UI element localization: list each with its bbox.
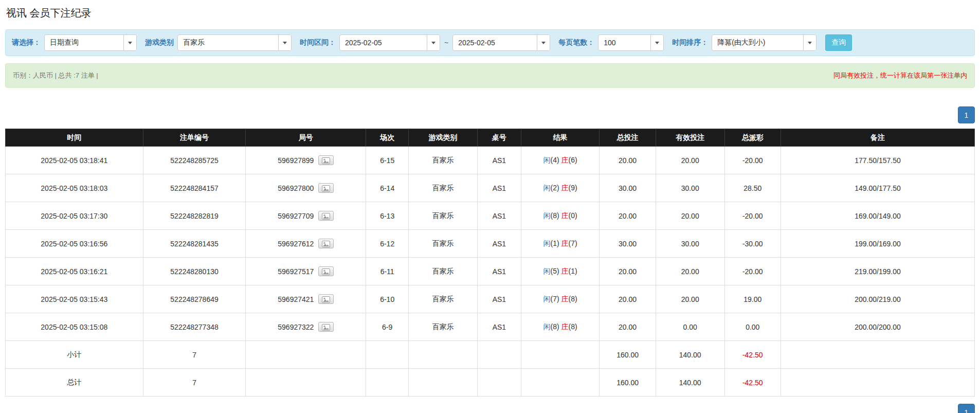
round-video-button[interactable] <box>318 211 334 221</box>
cell-time: 2025-02-05 03:16:21 <box>6 258 143 285</box>
cell-table-no: AS1 <box>477 285 521 313</box>
result-banker: 庄(8) <box>561 295 577 303</box>
cell-total-bet[interactable]: 20.00 <box>600 313 656 341</box>
result-banker: 庄(8) <box>561 322 577 331</box>
chevron-down-icon <box>278 35 291 50</box>
cell-payout: -30.00 <box>724 230 781 258</box>
result-player: 闲(8) <box>543 322 559 331</box>
summary-currency-total: 币别：人民币 | 总共 :7 注单 | <box>13 71 98 80</box>
summary-notice: 同局有效投注，统一计算在该局第一张注单内 <box>833 71 967 80</box>
chevron-down-icon <box>537 35 550 50</box>
table-row: 2025-02-05 03:16:56522248281435596927612… <box>6 230 975 258</box>
cell-time: 2025-02-05 03:18:03 <box>6 174 143 202</box>
game-type-select[interactable]: 百家乐 <box>177 34 292 51</box>
cell-remark: 219.00/199.00 <box>781 258 974 285</box>
time-range-label: 时间区间： <box>300 38 336 47</box>
query-type-select[interactable]: 日期查询 <box>44 34 137 51</box>
video-icon <box>322 241 330 247</box>
table-header-row: 时间注单编号局号场次游戏类别桌号结果总投注有效投注总派彩备注 <box>6 129 975 147</box>
column-header-time: 时间 <box>6 129 143 147</box>
video-icon <box>322 296 330 303</box>
date-from-value: 2025-02-05 <box>340 39 387 47</box>
page-title: 视讯 会员下注纪录 <box>6 6 975 20</box>
cell-total-bet[interactable]: 20.00 <box>600 285 656 313</box>
date-to-select[interactable]: 2025-02-05 <box>452 34 550 51</box>
footer-label: 总计 <box>6 369 143 397</box>
cell-payout: 28.50 <box>724 174 781 202</box>
footer-empty <box>477 341 521 369</box>
cell-game-type: 百家乐 <box>409 230 478 258</box>
round-video-button[interactable] <box>318 239 334 248</box>
cell-game-type: 百家乐 <box>409 285 478 313</box>
cell-round-id: 596927322 <box>246 313 366 341</box>
cell-payout: -20.00 <box>724 258 781 285</box>
cell-result: 闲(2) 庄(9) <box>521 174 600 202</box>
cell-valid-bet: 30.00 <box>656 174 724 202</box>
cell-payout: -20.00 <box>724 147 781 174</box>
cell-payout: 0.00 <box>724 313 781 341</box>
video-icon <box>322 324 330 331</box>
video-icon <box>322 213 330 220</box>
column-header-round-id: 局号 <box>246 129 366 147</box>
per-page-select[interactable]: 100 <box>598 34 664 51</box>
round-id-text: 596927612 <box>278 240 314 248</box>
filter-bar: 请选择： 日期查询 游戏类别 百家乐 时间区间： 2025-02-05 ~ 20… <box>5 29 975 56</box>
round-video-button[interactable] <box>318 294 334 304</box>
result-player: 闲(5) <box>543 267 559 275</box>
result-player: 闲(7) <box>543 295 559 303</box>
cell-total-bet[interactable]: 30.00 <box>600 230 656 258</box>
result-banker: 庄(0) <box>561 211 577 220</box>
result-banker: 庄(9) <box>561 184 577 192</box>
sort-select[interactable]: 降冪(由大到小) <box>712 34 816 51</box>
cell-valid-bet: 20.00 <box>656 258 724 285</box>
cell-total-bet[interactable]: 20.00 <box>600 202 656 230</box>
result-player: 闲(2) <box>543 184 559 192</box>
cell-remark: 169.00/149.00 <box>781 202 974 230</box>
search-button[interactable]: 查询 <box>825 34 852 51</box>
cell-total-bet[interactable]: 30.00 <box>600 174 656 202</box>
cell-game-type: 百家乐 <box>409 258 478 285</box>
cell-table-no: AS1 <box>477 174 521 202</box>
sort-label: 时间排序： <box>672 38 708 47</box>
date-from-select[interactable]: 2025-02-05 <box>339 34 440 51</box>
cell-total-bet[interactable]: 20.00 <box>600 147 656 174</box>
cell-game-type: 百家乐 <box>409 202 478 230</box>
table-row: 2025-02-05 03:16:21522248280130596927517… <box>6 258 975 285</box>
column-header-bet-id: 注单编号 <box>143 129 246 147</box>
column-header-result: 结果 <box>521 129 600 147</box>
column-header-total-bet: 总投注 <box>600 129 656 147</box>
round-video-button[interactable] <box>318 322 334 332</box>
footer-total-bet: 160.00 <box>600 341 656 369</box>
page-button-1[interactable]: 1 <box>958 404 975 413</box>
video-icon <box>322 185 330 192</box>
cell-valid-bet: 0.00 <box>656 313 724 341</box>
footer-empty <box>409 341 478 369</box>
footer-label: 小计 <box>6 341 143 369</box>
round-id-text: 596927899 <box>278 156 314 165</box>
round-video-button[interactable] <box>318 266 334 276</box>
cell-bet-id: 522248278649 <box>143 285 246 313</box>
cell-table-no: AS1 <box>477 147 521 174</box>
cell-session: 6-13 <box>366 202 409 230</box>
cell-table-no: AS1 <box>477 258 521 285</box>
cell-total-bet[interactable]: 20.00 <box>600 258 656 285</box>
page: 视讯 会员下注纪录 请选择： 日期查询 游戏类别 百家乐 时间区间： 2025-… <box>0 0 980 413</box>
pagination-bottom: 1 <box>5 404 975 413</box>
page-button-1[interactable]: 1 <box>958 106 975 123</box>
cell-game-type: 百家乐 <box>409 313 478 341</box>
query-type-value: 日期查询 <box>45 38 84 47</box>
cell-bet-id: 522248281435 <box>143 230 246 258</box>
cell-session: 6-9 <box>366 313 409 341</box>
cell-time: 2025-02-05 03:16:56 <box>6 230 143 258</box>
cell-round-id: 596927899 <box>246 147 366 174</box>
cell-round-id: 596927800 <box>246 174 366 202</box>
round-video-button[interactable] <box>318 183 334 193</box>
cell-remark: 149.00/177.50 <box>781 174 974 202</box>
cell-payout: -20.00 <box>724 202 781 230</box>
cell-session: 6-15 <box>366 147 409 174</box>
table-row: 2025-02-05 03:17:30522248282819596927709… <box>6 202 975 230</box>
round-video-button[interactable] <box>318 155 334 165</box>
chevron-down-icon <box>803 35 816 50</box>
cell-result: 闲(7) 庄(8) <box>521 285 600 313</box>
footer-empty <box>521 341 600 369</box>
